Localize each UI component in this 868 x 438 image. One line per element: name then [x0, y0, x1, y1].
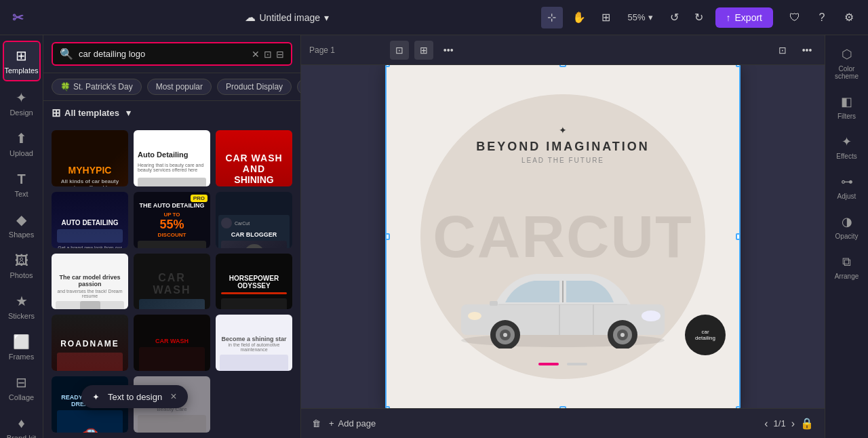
templates-panel: 🔍 ✕ ⊡ ⊟ 🍀St. Patrick's Day Most popular …: [43, 35, 301, 438]
selection-handle-tc[interactable]: [559, 65, 566, 67]
list-item[interactable]: CAR WASH AND SHINING: [216, 130, 292, 186]
sidebar-item-design[interactable]: ✦ Design: [3, 84, 41, 122]
all-templates-toggle[interactable]: ⊞ All templates ▾: [43, 101, 300, 125]
filename-chevron: ▾: [324, 12, 329, 23]
next-page-button[interactable]: ›: [791, 418, 795, 430]
right-panel-filters[interactable]: ◧ Filters: [828, 88, 866, 125]
upload-icon: ⬆: [14, 130, 30, 146]
prev-page-button[interactable]: ‹: [764, 418, 768, 430]
list-item[interactable]: The Auto Detailing UP TO55%DISCOUNT DISC…: [134, 192, 210, 248]
selection-handle-tl[interactable]: [387, 65, 390, 67]
help-icon[interactable]: ?: [811, 7, 833, 28]
canvas-bottom-bar: 🗑 + Add page ‹ 1/1 › 🔒: [301, 408, 825, 438]
right-panel-effects[interactable]: ✦ Effects: [828, 128, 866, 165]
selection-handle-bc[interactable]: [559, 406, 566, 408]
sidebar-item-templates[interactable]: ⊞ Templates: [3, 41, 41, 81]
sidebar-item-stickers[interactable]: ★ Stickers: [3, 287, 41, 325]
stickers-label: Stickers: [8, 312, 35, 320]
collage-icon: ⊟: [14, 374, 30, 391]
search-input-wrapper: 🔍 ✕ ⊡ ⊟: [52, 42, 292, 66]
list-item[interactable]: CAR WASH 🚗 $256 $256 $256: [134, 254, 210, 310]
design-icon: ✦: [14, 89, 30, 106]
canvas-ellipsis[interactable]: •••: [797, 41, 816, 60]
canvas-page-actions: ⊡ ⊞ •••: [390, 41, 458, 60]
canvas-wrapper: ↻ CARCUT ✦ BEYOND IMAGINATION LEAD THE F…: [301, 65, 825, 408]
selection-handle-br[interactable]: [736, 406, 739, 408]
right-panel-adjust[interactable]: ⊶ Adjust: [828, 168, 866, 205]
shield-icon[interactable]: 🛡: [784, 7, 806, 28]
right-panel-arrange[interactable]: ⧉ Arrange: [828, 248, 866, 285]
sidebar-item-upload[interactable]: ⬆ Upload: [3, 125, 41, 163]
filter-button[interactable]: ⊟: [276, 49, 284, 60]
toast-close-button[interactable]: ×: [170, 391, 176, 403]
page-counter: 1/1: [774, 418, 786, 429]
search-input[interactable]: [79, 49, 246, 59]
lock-button[interactable]: 🔒: [800, 417, 814, 430]
photos-label: Photos: [9, 271, 33, 279]
sub-title[interactable]: LEAD THE FUTURE: [387, 157, 739, 164]
list-item[interactable]: AUTO DETAILING Get a brand new look from…: [52, 192, 128, 248]
arrange-label: Arrange: [835, 273, 859, 280]
layout-tool[interactable]: ⊞: [595, 7, 617, 28]
image-search-button[interactable]: ⊡: [264, 49, 272, 60]
filter-chip-spring[interactable]: Spring: [297, 79, 300, 95]
svg-point-3: [642, 311, 660, 321]
dot-inactive[interactable]: [567, 363, 587, 365]
filter-chip-popular[interactable]: Most popular: [147, 79, 212, 95]
brand-kit-icon: ♦: [14, 415, 30, 431]
undo-button[interactable]: ↺: [664, 7, 686, 28]
right-panel-opacity[interactable]: ◑ Opacity: [828, 208, 866, 245]
logo-icon: ✂: [8, 8, 27, 27]
search-bar: 🔍 ✕ ⊡ ⊟: [43, 35, 300, 73]
list-item[interactable]: MYHYPIC All kinds of car beauty services…: [52, 130, 128, 186]
selection-handle-ml[interactable]: [387, 233, 390, 240]
resize-canvas-button[interactable]: ⊡: [390, 41, 409, 60]
list-item[interactable]: CarCut CAR BLOGGER: [216, 192, 292, 248]
select-tool[interactable]: ⊹: [541, 7, 563, 28]
trash-button[interactable]: 🗑: [312, 418, 321, 429]
car-illustration[interactable]: [441, 240, 685, 349]
dot-active[interactable]: [538, 363, 559, 365]
export-button[interactable]: ↑ Export: [715, 7, 773, 28]
sidebar-item-frames[interactable]: ⬜ Frames: [3, 328, 41, 366]
toast-label: Text to design: [108, 392, 162, 402]
add-page-icon: +: [329, 418, 334, 429]
sidebar-item-shapes[interactable]: ◆ Shapes: [3, 206, 41, 244]
selection-handle-tr[interactable]: [736, 65, 739, 67]
main-layout: ⊞ Templates ✦ Design ⬆ Upload T Text ◆ S…: [0, 35, 868, 438]
list-item[interactable]: Become a shining star in the field of au…: [216, 315, 292, 371]
zoom-control[interactable]: 55% ▾: [623, 9, 658, 25]
design-label: Design: [9, 108, 33, 117]
filters-icon: ◧: [839, 94, 855, 110]
sidebar-item-brand-kit[interactable]: ♦ Brand kit: [3, 410, 41, 438]
right-panel-color-scheme[interactable]: ⬡ Color scheme: [828, 41, 866, 85]
copy-canvas-button[interactable]: ⊞: [414, 41, 433, 60]
more-canvas-button[interactable]: •••: [439, 41, 458, 60]
file-name-button[interactable]: ☁ Untitled image ▾: [245, 11, 330, 24]
upload-label: Upload: [9, 149, 33, 157]
selection-handle-bl[interactable]: [387, 406, 390, 408]
clear-search-button[interactable]: ✕: [252, 49, 260, 60]
settings-icon[interactable]: ⚙: [838, 7, 860, 28]
sidebar-item-collage[interactable]: ⊟ Collage: [3, 369, 41, 407]
filter-chip-stpatricks[interactable]: 🍀St. Patrick's Day: [52, 79, 142, 95]
sidebar-item-photos[interactable]: 🖼 Photos: [3, 247, 41, 285]
redo-button[interactable]: ↻: [688, 7, 710, 28]
list-item[interactable]: CAR WASH BOOK NOW: [134, 315, 210, 371]
hand-tool[interactable]: ✋: [568, 7, 590, 28]
list-item[interactable]: HORSEPOWER ODYSSEY LUXURY CAR: [216, 254, 292, 310]
canvas-more-right[interactable]: ⊡: [773, 41, 792, 60]
frames-icon: ⬜: [14, 334, 30, 350]
all-templates-label: All templates: [64, 108, 119, 118]
selection-handle-mr[interactable]: [736, 233, 739, 240]
add-page-button[interactable]: + Add page: [329, 418, 376, 429]
filter-chip-product[interactable]: Product Display: [217, 79, 292, 95]
file-name-label: Untitled image: [260, 12, 321, 23]
main-title[interactable]: BEYOND IMAGINATION: [387, 140, 739, 154]
list-item[interactable]: ROADNAME 🚗: [52, 315, 128, 371]
list-item[interactable]: Auto Detailing Hearing that is beauty ca…: [134, 130, 210, 186]
list-item[interactable]: The car model drives passion and travers…: [52, 254, 128, 310]
canvas-frame[interactable]: ↻ CARCUT ✦ BEYOND IMAGINATION LEAD THE F…: [387, 65, 739, 408]
brand-kit-label: Brand kit: [7, 434, 36, 438]
sidebar-item-text[interactable]: T Text: [3, 165, 41, 203]
